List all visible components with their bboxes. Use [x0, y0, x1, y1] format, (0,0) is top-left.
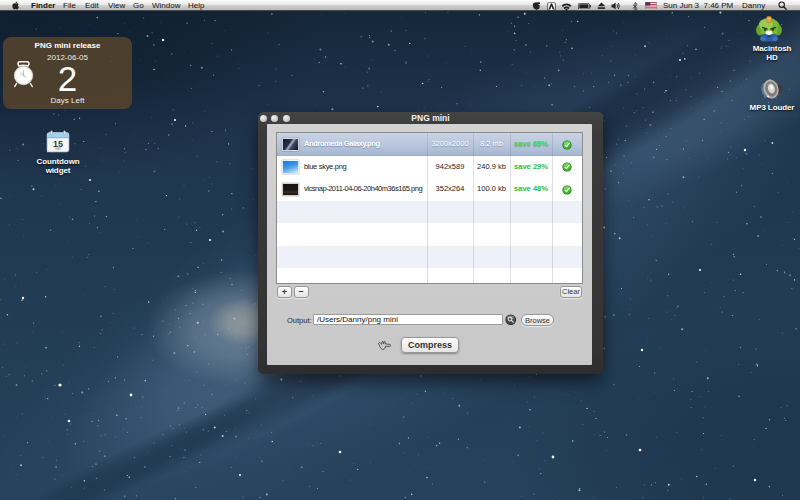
svg-text:15: 15 — [53, 139, 63, 149]
svg-text:MAR: MAR — [55, 147, 61, 151]
